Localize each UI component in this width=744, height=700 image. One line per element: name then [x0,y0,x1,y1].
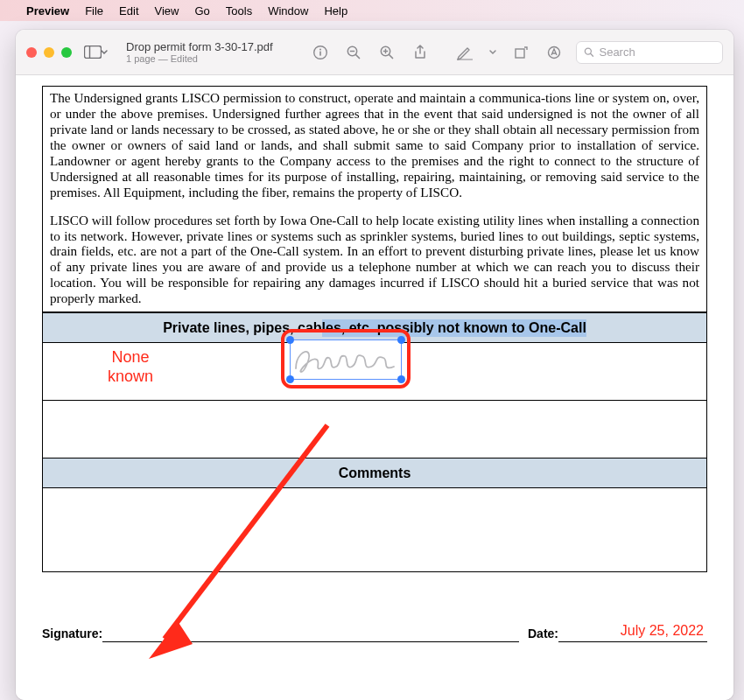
svg-rect-13 [516,49,524,58]
maximize-window-button[interactable] [61,47,72,58]
private-lines-row-2 [43,401,707,458]
signature-annotation-selected[interactable] [281,329,411,388]
highlight-button[interactable] [543,40,565,65]
document-filename: Drop permit form 3-30-17.pdf [126,40,273,53]
annotation-none-known[interactable]: None known [108,348,153,386]
svg-line-6 [356,54,360,58]
resize-handle-tr[interactable] [397,336,405,344]
signature-scribble-icon [291,340,403,381]
signature-annotation-box[interactable] [290,340,402,380]
info-icon [312,45,328,60]
date-field: July 25, 2022 [558,626,707,642]
resize-handle-br[interactable] [397,375,405,383]
rotate-button[interactable] [509,40,532,65]
search-icon [584,46,593,58]
svg-line-16 [591,53,593,56]
signature-label: Signature: [42,626,102,642]
macos-menubar: Preview File Edit View Go Tools Window H… [0,0,744,21]
date-label: Date: [528,626,558,642]
menubar-item-go[interactable]: Go [194,4,209,18]
toolbar-right [309,40,723,65]
menubar-item-help[interactable]: Help [324,4,347,18]
signature-line: Signature: Date: July 25, 2022 [42,626,707,642]
comments-header-text: Comments [339,466,411,480]
share-icon [413,45,427,60]
info-button[interactable] [309,40,332,65]
sidebar-toggle-button[interactable] [81,40,112,65]
paragraph-1: The Undersigned grants LISCO permission … [50,90,699,200]
svg-rect-4 [319,51,321,55]
window-traffic-lights [26,47,72,58]
share-button[interactable] [409,40,432,65]
comments-row [43,488,707,572]
menubar-item-tools[interactable]: Tools [226,4,252,18]
window-titlebar: Drop permit form 3-30-17.pdf 1 page — Ed… [16,30,733,75]
markup-dropdown-button[interactable] [487,40,499,65]
sidebar-icon [84,46,102,59]
rotate-icon [513,45,529,60]
title-block: Drop permit form 3-30-17.pdf 1 page — Ed… [126,40,273,64]
search-input[interactable] [599,46,715,59]
chevron-down-icon [100,46,109,59]
signature-field [102,626,519,642]
comments-header: Comments [43,458,707,488]
menubar-item-window[interactable]: Window [268,4,308,18]
minimize-window-button[interactable] [44,47,54,58]
anno-none-line2: known [108,368,153,385]
menubar-item-view[interactable]: View [155,4,179,18]
zoom-out-icon [346,45,361,60]
zoom-in-button[interactable] [376,40,398,65]
document-viewport[interactable]: The Undersigned grants LISCO permission … [16,75,733,700]
markup-button[interactable] [453,40,476,65]
anno-none-line1: None [112,348,150,366]
toolbar-divider [442,44,443,61]
permit-body-text: The Undersigned grants LISCO permission … [42,86,707,312]
date-value-annotation[interactable]: July 25, 2022 [621,623,704,639]
preview-window: Drop permit form 3-30-17.pdf 1 page — Ed… [16,30,733,700]
zoom-in-icon [379,45,395,60]
menubar-app-name[interactable]: Preview [26,4,69,18]
private-lines-table: Private lines, pipes, cables, etc. possi… [42,312,707,572]
svg-point-3 [319,48,321,50]
pdf-page: The Undersigned grants LISCO permission … [42,86,707,642]
private-lines-row-1: None known [43,343,707,401]
paragraph-2: LISCO will follow procedures set forth b… [50,213,699,307]
document-subtitle: 1 page — Edited [126,53,273,64]
markup-pen-icon [456,45,474,60]
chevron-down-icon [488,46,497,59]
svg-rect-0 [85,46,102,59]
menubar-item-file[interactable]: File [85,4,103,18]
resize-handle-bl[interactable] [286,375,294,383]
svg-line-9 [390,54,393,58]
zoom-out-button[interactable] [342,40,365,65]
menubar-item-edit[interactable]: Edit [119,4,138,18]
close-window-button[interactable] [26,47,37,58]
highlighter-icon [546,45,562,60]
search-field[interactable] [576,41,723,64]
